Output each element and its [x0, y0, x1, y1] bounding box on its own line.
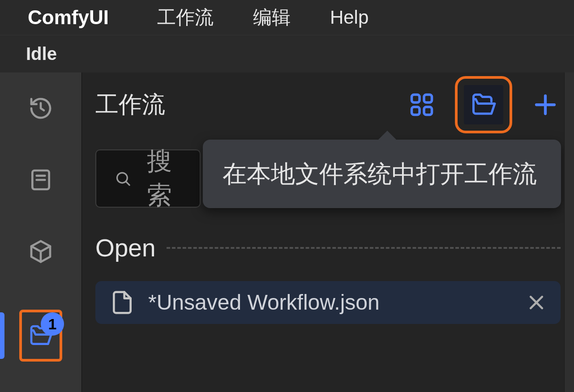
open-section-label: Open: [95, 234, 156, 262]
open-workflow-item[interactable]: *Unsaved Workflow.json: [95, 281, 561, 324]
grid-view-button[interactable]: [407, 89, 437, 120]
open-local-workflow-button[interactable]: [464, 85, 503, 124]
open-workflow-name: *Unsaved Workflow.json: [148, 289, 513, 316]
workflow-panel: 工作流: [81, 72, 574, 392]
new-workflow-button[interactable]: [530, 89, 561, 120]
folder-open-icon: [470, 91, 497, 118]
panel-scrollbar[interactable]: [564, 72, 574, 392]
close-workflow-button[interactable]: [527, 293, 546, 312]
status-bar: Idle: [0, 35, 574, 72]
svg-rect-5: [412, 107, 420, 115]
open-section-divider: [167, 247, 561, 249]
rail-package-button[interactable]: [27, 238, 54, 265]
svg-rect-4: [424, 95, 432, 103]
rail-history-button[interactable]: [27, 95, 54, 122]
svg-line-10: [126, 182, 129, 185]
rail-workflows-button[interactable]: 1: [27, 322, 54, 349]
panel-toolbar: [407, 85, 561, 124]
file-icon: [110, 290, 135, 315]
workflow-search-input[interactable]: 搜索: [95, 149, 201, 208]
rail-notebook-button[interactable]: [27, 166, 54, 193]
menu-edit[interactable]: 编辑: [253, 5, 291, 30]
svg-rect-6: [424, 107, 432, 115]
search-placeholder: 搜索: [147, 145, 182, 213]
open-section-header: Open: [95, 234, 561, 262]
plus-icon: [532, 91, 559, 118]
rail-active-indicator: [0, 312, 4, 359]
panel-title: 工作流: [95, 89, 165, 120]
menu-bar: ComfyUI 工作流 编辑 Help: [0, 0, 574, 35]
menu-help[interactable]: Help: [330, 7, 368, 28]
notebook-icon: [28, 167, 53, 192]
menu-workflow[interactable]: 工作流: [157, 5, 214, 30]
left-icon-rail: 1: [0, 72, 81, 392]
rail-workflows-highlight: 1: [19, 310, 62, 362]
cube-icon: [28, 239, 53, 264]
rail-workflows-badge: 1: [41, 312, 64, 336]
open-local-tooltip: 在本地文件系统中打开工作流: [203, 140, 561, 208]
app-brand: ComfyUI: [28, 6, 109, 29]
grid-icon: [408, 91, 435, 118]
svg-rect-3: [412, 95, 420, 103]
panel-header: 工作流: [95, 85, 561, 124]
search-icon: [114, 166, 132, 191]
history-icon: [28, 96, 53, 121]
status-text: Idle: [26, 44, 57, 64]
